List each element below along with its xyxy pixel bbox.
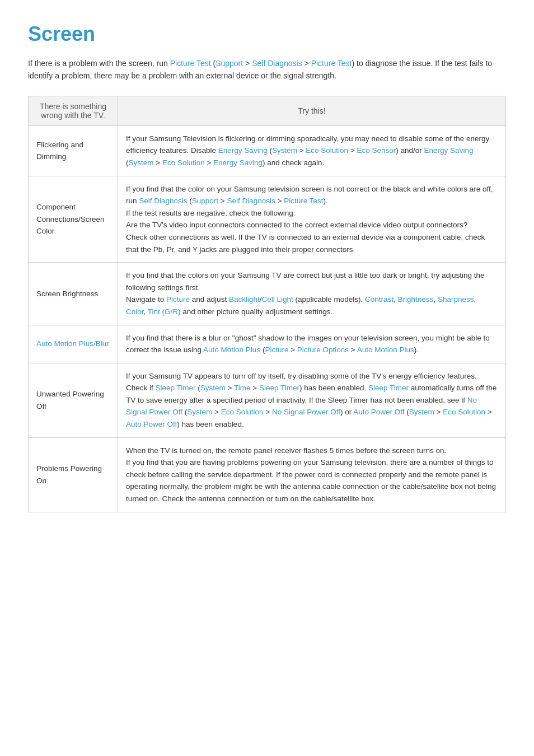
solution-flickering: If your Samsung Television is flickering… [118,125,506,176]
issue-automotion: Auto Motion Plus/Blur [29,325,118,363]
eco-solution-link-1[interactable]: Eco Solution [306,146,348,155]
energy-saving-link-3[interactable]: Energy Saving [213,158,263,167]
solution-automotion: If you find that there is a blur or "gho… [118,325,506,363]
self-diagnosis-link-2[interactable]: Self Diagnosis [139,197,187,205]
picture-test-link-2[interactable]: Picture Test [311,59,352,68]
sleep-timer-link-2[interactable]: Sleep Timer [259,384,299,392]
auto-motion-link-1[interactable]: Auto Motion Plus [203,346,260,354]
picture-link-2[interactable]: Picture [265,346,288,354]
eco-solution-link-2[interactable]: Eco Solution [162,158,205,167]
cell-light-link[interactable]: Cell Light [261,295,293,304]
table-row: Auto Motion Plus/Blur If you find that t… [29,325,506,363]
table-row: Component Connections/Screen Color If yo… [29,176,506,263]
solution-component: If you find that the color on your Samsu… [118,176,506,263]
table-row: Unwanted Powering Off If your Samsung TV… [29,363,506,437]
system-link-1[interactable]: System [272,146,297,155]
system-link-4[interactable]: System [187,408,212,416]
color-link[interactable]: Color [126,307,144,316]
issue-component: Component Connections/Screen Color [29,176,118,263]
header-col1: There is something wrong with the TV. [29,96,118,125]
auto-power-off-link-2[interactable]: Auto Power Off [126,420,177,428]
issue-powering-on: Problems Powering On [29,437,118,512]
table-row: Screen Brightness If you find that the c… [29,263,506,325]
energy-saving-link-2[interactable]: Energy Saving [424,146,474,155]
brightness-link[interactable]: Brightness [398,295,434,304]
picture-test-link-1[interactable]: Picture Test [170,59,211,68]
issue-flickering: Flickering and Dimming [29,125,118,176]
sleep-timer-link-1[interactable]: Sleep Timer [156,384,196,392]
auto-motion-link-2[interactable]: Auto Motion Plus [357,346,414,354]
table-row: Problems Powering On When the TV is turn… [29,437,506,512]
time-link[interactable]: Time [234,384,251,392]
system-link-2[interactable]: System [129,158,154,167]
picture-link[interactable]: Picture [166,295,190,304]
auto-motion-issue-link[interactable]: Auto Motion Plus [36,339,93,348]
picture-options-link[interactable]: Picture Options [297,346,349,354]
sleep-timer-link-3[interactable]: Sleep Timer [368,384,409,392]
table-header-row: There is something wrong with the TV. Tr… [29,96,506,125]
system-link-3[interactable]: System [200,384,226,392]
troubleshooting-table: There is something wrong with the TV. Tr… [28,96,506,512]
solution-unwanted-off: If your Samsung TV appears to turn off b… [118,363,506,437]
eco-solution-link-4[interactable]: Eco Solution [443,408,485,416]
no-signal-link-2[interactable]: No Signal Power Off [272,408,340,416]
header-col2: Try this! [118,96,506,125]
eco-solution-link-3[interactable]: Eco Solution [221,408,264,416]
issue-unwanted-off: Unwanted Powering Off [29,363,118,437]
self-diagnosis-link-3[interactable]: Self Diagnosis [227,197,275,205]
eco-sensor-link[interactable]: Eco Sensor [357,146,396,155]
issue-brightness: Screen Brightness [29,263,118,325]
system-link-5[interactable]: System [409,408,434,416]
table-row: Flickering and Dimming If your Samsung T… [29,125,506,176]
auto-power-off-link-1[interactable]: Auto Power Off [353,408,404,416]
backlight-link[interactable]: Backlight [229,295,260,304]
intro-paragraph: If there is a problem with the screen, r… [28,57,506,82]
solution-brightness: If you find that the colors on your Sams… [118,263,506,325]
contrast-link[interactable]: Contrast [365,295,394,304]
page-title: Screen [28,22,506,46]
solution-powering-on: When the TV is turned on, the remote pan… [118,437,506,512]
tint-link[interactable]: Tint (G/R) [148,307,181,316]
sharpness-link[interactable]: Sharpness [438,295,474,304]
support-link-2[interactable]: Support [192,197,218,205]
picture-test-link-3[interactable]: Picture Test [284,197,323,205]
support-link[interactable]: Support [216,59,243,68]
self-diagnosis-link[interactable]: Self Diagnosis [252,59,302,68]
energy-saving-link-1[interactable]: Energy Saving [218,146,268,155]
